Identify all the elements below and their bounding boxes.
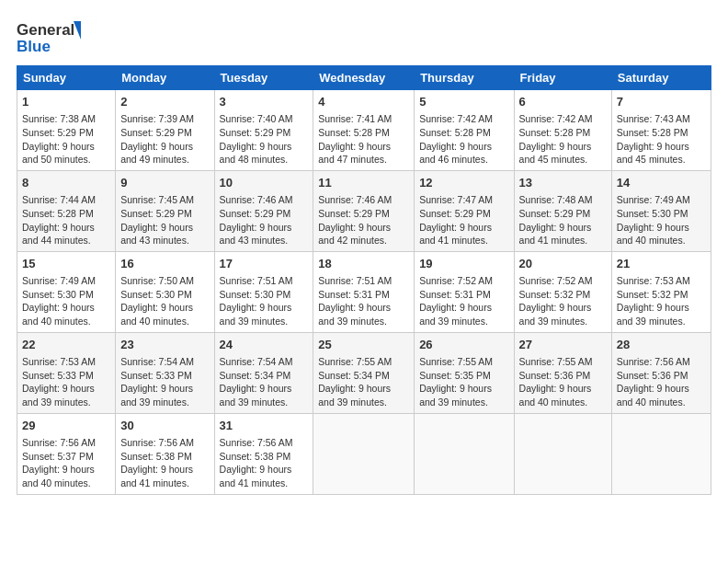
header-tuesday: Tuesday bbox=[214, 66, 313, 90]
sunrise-text: Sunrise: 7:48 AM bbox=[519, 194, 593, 205]
table-cell bbox=[313, 413, 415, 494]
sunset-text: Sunset: 5:36 PM bbox=[519, 370, 591, 381]
day-number: 3 bbox=[220, 94, 309, 110]
daylight-text: Daylight: 9 hours and 41 minutes. bbox=[519, 222, 592, 247]
sunset-text: Sunset: 5:32 PM bbox=[617, 289, 688, 300]
table-cell: 15 Sunrise: 7:49 AM Sunset: 5:30 PM Dayl… bbox=[17, 251, 116, 332]
sunset-text: Sunset: 5:29 PM bbox=[120, 127, 192, 138]
table-cell: 4 Sunrise: 7:41 AM Sunset: 5:28 PM Dayli… bbox=[313, 90, 415, 171]
day-number: 6 bbox=[519, 94, 607, 110]
day-number: 21 bbox=[617, 256, 706, 272]
table-cell bbox=[415, 413, 514, 494]
daylight-text: Daylight: 9 hours and 39 minutes. bbox=[519, 302, 592, 327]
sunset-text: Sunset: 5:38 PM bbox=[120, 451, 192, 462]
header-monday: Monday bbox=[116, 66, 214, 90]
table-cell: 21 Sunrise: 7:53 AM Sunset: 5:32 PM Dayl… bbox=[611, 251, 711, 332]
sunset-text: Sunset: 5:31 PM bbox=[419, 289, 491, 300]
day-number: 5 bbox=[419, 94, 508, 110]
sunset-text: Sunset: 5:28 PM bbox=[22, 208, 94, 219]
sunrise-text: Sunrise: 7:55 AM bbox=[318, 356, 392, 367]
sunset-text: Sunset: 5:30 PM bbox=[120, 289, 192, 300]
sunrise-text: Sunrise: 7:42 AM bbox=[519, 113, 593, 124]
table-cell: 26 Sunrise: 7:55 AM Sunset: 5:35 PM Dayl… bbox=[415, 332, 514, 413]
table-cell: 20 Sunrise: 7:52 AM Sunset: 5:32 PM Dayl… bbox=[514, 251, 611, 332]
day-number: 29 bbox=[22, 418, 110, 434]
table-cell: 31 Sunrise: 7:56 AM Sunset: 5:38 PM Dayl… bbox=[214, 413, 313, 494]
sunset-text: Sunset: 5:32 PM bbox=[519, 289, 591, 300]
sunrise-text: Sunrise: 7:56 AM bbox=[220, 437, 293, 448]
sunrise-text: Sunrise: 7:56 AM bbox=[617, 356, 690, 367]
sunset-text: Sunset: 5:29 PM bbox=[220, 208, 291, 219]
calendar-table: Sunday Monday Tuesday Wednesday Thursday… bbox=[17, 65, 711, 495]
sunrise-text: Sunrise: 7:46 AM bbox=[318, 194, 392, 205]
daylight-text: Daylight: 9 hours and 50 minutes. bbox=[22, 141, 95, 166]
daylight-text: Daylight: 9 hours and 44 minutes. bbox=[22, 222, 95, 247]
sunset-text: Sunset: 5:33 PM bbox=[120, 370, 192, 381]
logo-svg: General Blue bbox=[17, 17, 81, 58]
day-number: 14 bbox=[617, 175, 706, 191]
day-number: 16 bbox=[120, 256, 209, 272]
daylight-text: Daylight: 9 hours and 39 minutes. bbox=[617, 302, 689, 327]
table-row: 22 Sunrise: 7:53 AM Sunset: 5:33 PM Dayl… bbox=[17, 332, 711, 413]
daylight-text: Daylight: 9 hours and 40 minutes. bbox=[120, 302, 193, 327]
sunrise-text: Sunrise: 7:53 AM bbox=[617, 275, 690, 286]
table-cell: 8 Sunrise: 7:44 AM Sunset: 5:28 PM Dayli… bbox=[17, 170, 116, 251]
sunrise-text: Sunrise: 7:40 AM bbox=[220, 113, 293, 124]
day-number: 12 bbox=[419, 175, 508, 191]
sunset-text: Sunset: 5:29 PM bbox=[318, 208, 390, 219]
sunrise-text: Sunrise: 7:46 AM bbox=[220, 194, 293, 205]
sunset-text: Sunset: 5:29 PM bbox=[220, 127, 291, 138]
sunset-text: Sunset: 5:38 PM bbox=[220, 451, 291, 462]
table-row: 1 Sunrise: 7:38 AM Sunset: 5:29 PM Dayli… bbox=[17, 90, 711, 171]
calendar-header-row: Sunday Monday Tuesday Wednesday Thursday… bbox=[17, 66, 711, 90]
day-number: 4 bbox=[318, 94, 409, 110]
daylight-text: Daylight: 9 hours and 39 minutes. bbox=[22, 383, 95, 408]
sunset-text: Sunset: 5:29 PM bbox=[22, 127, 94, 138]
sunrise-text: Sunrise: 7:49 AM bbox=[22, 275, 96, 286]
sunset-text: Sunset: 5:29 PM bbox=[120, 208, 192, 219]
sunset-text: Sunset: 5:34 PM bbox=[318, 370, 390, 381]
daylight-text: Daylight: 9 hours and 47 minutes. bbox=[318, 141, 391, 166]
daylight-text: Daylight: 9 hours and 45 minutes. bbox=[617, 141, 689, 166]
day-number: 25 bbox=[318, 337, 409, 353]
table-cell: 17 Sunrise: 7:51 AM Sunset: 5:30 PM Dayl… bbox=[214, 251, 313, 332]
table-row: 15 Sunrise: 7:49 AM Sunset: 5:30 PM Dayl… bbox=[17, 251, 711, 332]
sunrise-text: Sunrise: 7:41 AM bbox=[318, 113, 392, 124]
sunrise-text: Sunrise: 7:54 AM bbox=[120, 356, 194, 367]
logo: General Blue bbox=[17, 17, 81, 58]
day-number: 11 bbox=[318, 175, 409, 191]
daylight-text: Daylight: 9 hours and 39 minutes. bbox=[419, 302, 492, 327]
day-number: 2 bbox=[120, 94, 209, 110]
sunrise-text: Sunrise: 7:44 AM bbox=[22, 194, 96, 205]
header-friday: Friday bbox=[514, 66, 611, 90]
table-cell: 6 Sunrise: 7:42 AM Sunset: 5:28 PM Dayli… bbox=[514, 90, 611, 171]
daylight-text: Daylight: 9 hours and 45 minutes. bbox=[519, 141, 592, 166]
table-cell: 3 Sunrise: 7:40 AM Sunset: 5:29 PM Dayli… bbox=[214, 90, 313, 171]
sunrise-text: Sunrise: 7:52 AM bbox=[419, 275, 493, 286]
day-number: 22 bbox=[22, 337, 110, 353]
sunrise-text: Sunrise: 7:38 AM bbox=[22, 113, 96, 124]
sunrise-text: Sunrise: 7:51 AM bbox=[220, 275, 293, 286]
page: General Blue Sunday Monday Tuesday Wedne… bbox=[0, 0, 728, 563]
sunset-text: Sunset: 5:31 PM bbox=[318, 289, 390, 300]
daylight-text: Daylight: 9 hours and 39 minutes. bbox=[318, 383, 391, 408]
daylight-text: Daylight: 9 hours and 39 minutes. bbox=[318, 302, 391, 327]
daylight-text: Daylight: 9 hours and 43 minutes. bbox=[220, 222, 292, 247]
sunset-text: Sunset: 5:30 PM bbox=[617, 208, 688, 219]
table-cell: 11 Sunrise: 7:46 AM Sunset: 5:29 PM Dayl… bbox=[313, 170, 415, 251]
sunrise-text: Sunrise: 7:54 AM bbox=[220, 356, 293, 367]
sunset-text: Sunset: 5:28 PM bbox=[617, 127, 688, 138]
sunrise-text: Sunrise: 7:50 AM bbox=[120, 275, 194, 286]
table-cell: 22 Sunrise: 7:53 AM Sunset: 5:33 PM Dayl… bbox=[17, 332, 116, 413]
daylight-text: Daylight: 9 hours and 40 minutes. bbox=[22, 302, 95, 327]
day-number: 26 bbox=[419, 337, 508, 353]
table-cell: 24 Sunrise: 7:54 AM Sunset: 5:34 PM Dayl… bbox=[214, 332, 313, 413]
day-number: 17 bbox=[220, 256, 309, 272]
table-cell: 16 Sunrise: 7:50 AM Sunset: 5:30 PM Dayl… bbox=[116, 251, 214, 332]
table-row: 8 Sunrise: 7:44 AM Sunset: 5:28 PM Dayli… bbox=[17, 170, 711, 251]
sunrise-text: Sunrise: 7:39 AM bbox=[120, 113, 194, 124]
sunset-text: Sunset: 5:33 PM bbox=[22, 370, 94, 381]
daylight-text: Daylight: 9 hours and 41 minutes. bbox=[120, 464, 193, 488]
header-sunday: Sunday bbox=[17, 66, 116, 90]
sunset-text: Sunset: 5:28 PM bbox=[419, 127, 491, 138]
